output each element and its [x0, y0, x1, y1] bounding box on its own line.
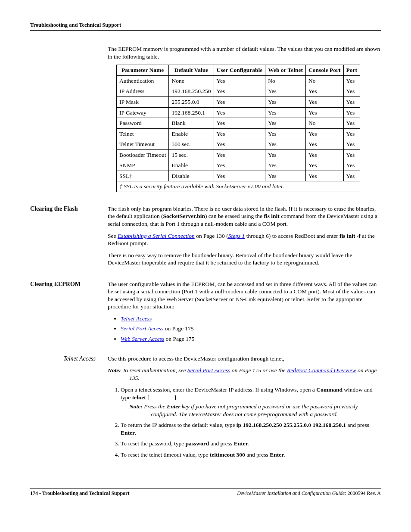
- serial-port-access-link[interactable]: Serial Port Access: [121, 325, 163, 332]
- telnet-step-2: To return the IP address to the default …: [121, 421, 381, 436]
- note-label: Note:: [108, 367, 121, 373]
- table-cell: Yes: [343, 118, 360, 129]
- table-cell: Yes: [265, 96, 306, 107]
- table-row: TelnetEnableYesYesYesYes: [117, 128, 360, 139]
- table-cell: Yes: [305, 128, 343, 139]
- table-cell: Enable: [169, 128, 214, 139]
- table-cell: No: [305, 75, 343, 86]
- table-cell: SNMP: [117, 160, 169, 171]
- table-cell: Yes: [214, 107, 265, 118]
- eeprom-bullets: Telnet Access Serial Port Access on Page…: [108, 315, 381, 343]
- note-label: Note:: [129, 403, 143, 410]
- table-cell: Yes: [343, 96, 360, 107]
- table-cell: Yes: [343, 128, 360, 139]
- flash-paragraph-1: The flash only has program binaries. The…: [108, 205, 381, 228]
- clearing-eeprom-section: Clearing EEPROM The user configurable va…: [30, 280, 381, 345]
- flash-paragraph-3: There is no easy way to remove the bootl…: [108, 252, 381, 267]
- col-default-value: Default Value: [169, 65, 214, 76]
- telnet-step-4: To reset the telnet timeout value, type …: [121, 451, 381, 459]
- intro-paragraph: The EEPROM memory is programmed with a n…: [108, 45, 381, 60]
- steps-1-link[interactable]: Steps 1: [228, 233, 245, 239]
- telnet-intro: Use this procedure to access the DeviceM…: [108, 355, 381, 363]
- table-cell: Yes: [305, 107, 343, 118]
- table-cell: IP Gateway: [117, 107, 169, 118]
- flash-paragraph-2: See Establishing a Serial Connection on …: [108, 232, 381, 247]
- establishing-serial-connection-link[interactable]: Establishing a Serial Connection: [118, 233, 195, 239]
- col-console-port: Console Port: [305, 65, 343, 76]
- table-cell: Yes: [265, 171, 306, 181]
- telnet-steps: Open a telnet session, enter the DeviceM…: [108, 386, 381, 458]
- table-cell: Bootloader Timeout: [117, 149, 169, 160]
- table-cell: No: [265, 75, 306, 86]
- bullet-telnet-access: Telnet Access: [121, 315, 381, 323]
- table-cell: Yes: [265, 139, 306, 150]
- table-row: IP Address192.168.250.250YesYesYesYes: [117, 86, 360, 97]
- telnet-access-link[interactable]: Telnet Access: [121, 315, 152, 322]
- page-footer: 174 - Troubleshooting and Technical Supp…: [30, 488, 381, 497]
- col-parameter-name: Parameter Name: [117, 65, 169, 76]
- table-row: AuthenticationNoneYesNoNoYes: [117, 75, 360, 86]
- telnet-step-1-note: Note: Press the Enter key if you have no…: [129, 403, 381, 418]
- col-user-configurable: User Configurable: [214, 65, 265, 76]
- table-cell: Yes: [214, 75, 265, 86]
- table-cell: Enable: [169, 160, 214, 171]
- table-cell: Yes: [343, 149, 360, 160]
- table-cell: Disable: [169, 171, 214, 181]
- table-cell: 192.168.250.250: [169, 86, 214, 97]
- web-server-access-link[interactable]: Web Server Access: [121, 336, 164, 342]
- table-cell: 192.168.250.1: [169, 107, 214, 118]
- table-cell: Yes: [305, 96, 343, 107]
- telnet-note: Note: To reset authentication, see Seria…: [108, 367, 381, 382]
- table-cell: Yes: [265, 149, 306, 160]
- table-cell: 255.255.0.0: [169, 96, 214, 107]
- table-cell: Yes: [343, 171, 360, 181]
- table-cell: Blank: [169, 118, 214, 129]
- table-cell: Telnet Timeout: [117, 139, 169, 150]
- bullet-serial-port-access: Serial Port Access on Page 175: [121, 325, 381, 333]
- table-cell: IP Mask: [117, 96, 169, 107]
- table-footnote: † SSL is a security feature available wi…: [117, 181, 360, 192]
- table-cell: SSL†: [117, 171, 169, 181]
- table-cell: Telnet: [117, 128, 169, 139]
- table-cell: Yes: [214, 128, 265, 139]
- table-cell: None: [169, 75, 214, 86]
- clearing-the-flash-heading: Clearing the Flash: [30, 205, 108, 213]
- table-cell: 300 sec.: [169, 139, 214, 150]
- telnet-access-heading: Telnet Access: [30, 355, 108, 363]
- table-cell: Yes: [265, 128, 306, 139]
- table-row: IP Mask255.255.0.0YesYesYesYes: [117, 96, 360, 107]
- table-cell: Yes: [343, 75, 360, 86]
- clearing-eeprom-heading: Clearing EEPROM: [30, 280, 108, 288]
- table-cell: Yes: [343, 160, 360, 171]
- col-port: Port: [343, 65, 360, 76]
- col-web-or-telnet: Web or Telnet: [265, 65, 306, 76]
- table-cell: Yes: [343, 139, 360, 150]
- header-rule: [30, 30, 381, 31]
- table-cell: Yes: [305, 139, 343, 150]
- table-cell: Yes: [214, 149, 265, 160]
- table-cell: Yes: [305, 86, 343, 97]
- table-cell: Yes: [214, 96, 265, 107]
- table-cell: Yes: [265, 118, 306, 129]
- serial-port-access-note-link[interactable]: Serial Port Access: [187, 367, 230, 373]
- table-cell: Yes: [214, 139, 265, 150]
- table-row: PasswordBlankYesYesNoYes: [117, 118, 360, 129]
- table-cell: Authentication: [117, 75, 169, 86]
- telnet-step-3: To reset the password, type password and…: [121, 440, 381, 448]
- table-cell: IP Address: [117, 86, 169, 97]
- table-row: IP Gateway192.168.250.1YesYesYesYes: [117, 107, 360, 118]
- telnet-step-1: Open a telnet session, enter the DeviceM…: [121, 386, 381, 418]
- table-header-row: Parameter Name Default Value User Config…: [117, 65, 360, 76]
- table-cell: Yes: [305, 171, 343, 181]
- telnet-access-section: Telnet Access Use this procedure to acce…: [30, 355, 381, 462]
- table-cell: 15 sec.: [169, 149, 214, 160]
- bullet-web-server-access: Web Server Access on Page 175: [121, 335, 381, 343]
- eeprom-paragraph-1: The user configurable values in the EEPR…: [108, 280, 381, 311]
- table-row: SSL†DisableYesYesYesYes: [117, 171, 360, 181]
- table-cell: Password: [117, 118, 169, 129]
- redboot-command-overview-link[interactable]: RedBoot Command Overview: [287, 367, 356, 373]
- table-cell: Yes: [265, 160, 306, 171]
- table-cell: No: [305, 118, 343, 129]
- table-cell: Yes: [265, 107, 306, 118]
- table-cell: Yes: [305, 160, 343, 171]
